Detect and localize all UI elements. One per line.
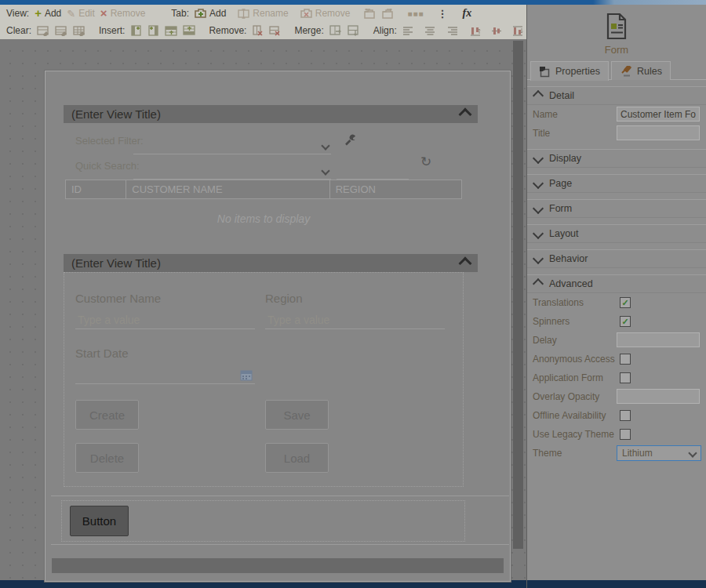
section-form[interactable]: Form xyxy=(527,199,706,218)
more-options-icon: ■■■ xyxy=(407,9,424,18)
align-center-icon xyxy=(424,26,436,35)
section-behavior[interactable]: Behavior xyxy=(527,249,706,268)
collapse-chevron-icon[interactable] xyxy=(459,256,472,270)
property-row-theme: Theme Lithium xyxy=(527,444,706,463)
canvas-vertical-scrollbar[interactable] xyxy=(513,41,523,549)
calendar-icon[interactable] xyxy=(240,370,253,381)
tab-move-right-icon xyxy=(381,9,394,19)
refresh-icon[interactable]: ↻ xyxy=(420,154,431,170)
application-form-checkbox[interactable] xyxy=(620,372,631,383)
chevron-down-icon xyxy=(688,448,697,457)
expression-button[interactable]: fx xyxy=(463,7,472,20)
chevron-down-icon xyxy=(533,178,544,189)
insert-column-right-icon[interactable] xyxy=(147,25,159,36)
section-detail[interactable]: Detail xyxy=(527,86,706,105)
overflow-menu-icon[interactable]: ⋮ xyxy=(438,8,448,20)
chevron-down-icon xyxy=(533,228,544,239)
clear-row-icon[interactable] xyxy=(55,26,67,36)
form-design-surface[interactable]: (Enter View Title) Selected Filter: Quic… xyxy=(45,71,511,582)
clear-cell-icon[interactable] xyxy=(37,26,49,36)
insert-row-above-icon[interactable] xyxy=(165,25,177,36)
tab-add-button[interactable]: Add xyxy=(195,8,226,19)
align-group-label: Align: xyxy=(373,25,397,36)
create-button[interactable]: Create xyxy=(75,400,139,430)
tab-remove-icon xyxy=(300,8,312,19)
property-row-name: Name xyxy=(527,105,706,124)
selected-control-indicator: Form xyxy=(527,13,706,56)
section-page[interactable]: Page xyxy=(527,174,706,193)
align-middle-icon xyxy=(491,26,502,36)
table-empty-message: No items to display xyxy=(65,212,462,225)
title-input[interactable] xyxy=(617,125,700,140)
form-button[interactable]: Button xyxy=(70,506,129,536)
column-header-id[interactable]: ID xyxy=(65,180,126,199)
insert-row-below-icon[interactable] xyxy=(183,25,195,36)
delay-input[interactable] xyxy=(617,332,700,347)
button-row-cell[interactable]: Button xyxy=(61,500,465,542)
selected-control-name: Form xyxy=(605,44,628,56)
align-left-icon xyxy=(402,26,414,35)
theme-select[interactable]: Lithium xyxy=(617,445,701,461)
align-bottom-icon xyxy=(512,26,523,36)
property-row-offline-availability: Offline Availability xyxy=(527,406,706,425)
tab-properties[interactable]: Properties xyxy=(530,61,609,81)
chevron-down-icon xyxy=(321,166,329,175)
property-row-title: Title xyxy=(527,124,706,143)
customer-name-input[interactable]: Type a value xyxy=(75,304,255,329)
property-row-use-legacy-theme: Use Legacy Theme xyxy=(527,425,706,444)
remove-column-icon[interactable] xyxy=(252,25,264,36)
insert-group-label: Insert: xyxy=(99,25,125,36)
chevron-up-icon xyxy=(533,278,544,289)
tab-rules[interactable]: Rules xyxy=(611,61,671,80)
section-advanced[interactable]: Advanced xyxy=(527,274,706,293)
item-view-body[interactable]: Customer Name Type a value Region Type a… xyxy=(64,272,464,487)
section-display[interactable]: Display xyxy=(527,149,706,168)
remove-group-label: Remove: xyxy=(209,25,246,36)
view-remove-button: × Remove xyxy=(100,8,145,19)
name-input[interactable] xyxy=(617,107,700,122)
list-view-table-header[interactable]: ID CUSTOMER NAME REGION xyxy=(65,180,462,199)
region-input[interactable]: Type a value xyxy=(265,304,445,329)
quick-search-dropdown[interactable] xyxy=(133,145,331,180)
spinners-checkbox[interactable]: ✓ xyxy=(620,316,631,327)
chevron-up-icon xyxy=(533,90,544,101)
anonymous-access-checkbox[interactable] xyxy=(620,354,631,365)
toolbar-row-2: Clear: Insert: Remove: Merge: xyxy=(0,22,527,39)
merge-cell-right-icon[interactable] xyxy=(329,25,342,36)
row-separator xyxy=(51,495,509,496)
load-button[interactable]: Load xyxy=(265,443,329,473)
align-right-icon xyxy=(446,26,458,35)
rules-gavel-icon xyxy=(620,66,632,77)
properties-tag-icon xyxy=(539,66,551,78)
item-view-header[interactable]: (Enter View Title) xyxy=(64,254,478,272)
delete-button[interactable]: Delete xyxy=(75,443,139,473)
property-row-application-form: Application Form xyxy=(527,368,706,387)
use-legacy-theme-checkbox[interactable] xyxy=(620,429,631,440)
tab-rename-button: Rename xyxy=(238,8,288,19)
property-row-overlay-opacity: Overlay Opacity xyxy=(527,387,706,406)
collapse-chevron-icon[interactable] xyxy=(459,107,472,121)
overlay-opacity-input[interactable] xyxy=(617,389,700,404)
section-layout[interactable]: Layout xyxy=(527,224,706,243)
save-button[interactable]: Save xyxy=(265,400,329,430)
add-plus-icon: + xyxy=(35,9,42,18)
tab-add-icon xyxy=(195,8,206,19)
tab-group-label: Tab: xyxy=(171,8,189,19)
chevron-down-icon xyxy=(533,153,544,164)
offline-availability-checkbox[interactable] xyxy=(620,410,631,421)
column-header-customer-name[interactable]: CUSTOMER NAME xyxy=(126,180,329,199)
property-row-spinners: Spinners ✓ xyxy=(527,312,706,331)
remove-row-icon[interactable] xyxy=(269,25,281,36)
panel-tab-bar: Properties Rules xyxy=(527,61,706,80)
start-date-input[interactable] xyxy=(75,359,255,384)
translations-checkbox[interactable]: ✓ xyxy=(620,297,631,308)
insert-column-left-icon[interactable] xyxy=(130,25,142,36)
quick-search-input[interactable] xyxy=(337,145,409,180)
column-header-region[interactable]: REGION xyxy=(329,180,462,199)
clear-table-icon[interactable] xyxy=(73,26,86,36)
customer-name-label: Customer Name xyxy=(75,292,161,305)
merge-cell-down-icon[interactable] xyxy=(348,25,360,36)
property-row-anonymous-access: Anonymous Access xyxy=(527,350,706,368)
view-add-button[interactable]: + Add xyxy=(35,8,61,19)
form-document-icon xyxy=(605,13,628,40)
